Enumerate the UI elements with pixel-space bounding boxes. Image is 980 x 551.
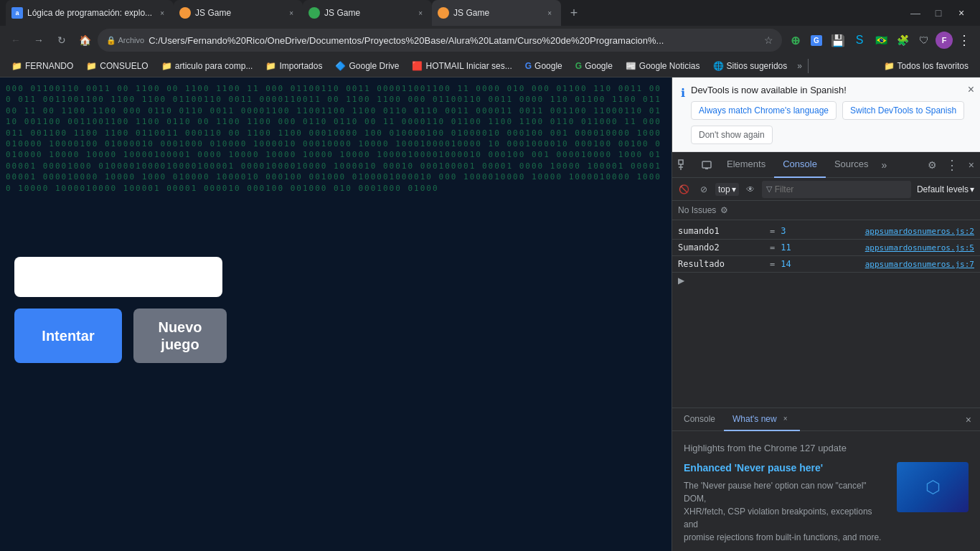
bookmark-googledrive[interactable]: 🔷 Google Drive — [329, 58, 405, 74]
url-bar[interactable]: 🔒 Archivo C:/Users/Fernando%20Rico/OneDr… — [98, 29, 782, 52]
devtools-settings-button[interactable]: ⚙ — [923, 159, 941, 171]
devtools-menu-button[interactable]: ⋮ — [941, 157, 963, 173]
console-file-2[interactable]: appsumardosnumeros.js:5 — [865, 243, 974, 253]
bookmark-articulo-icon: 📁 — [161, 61, 172, 71]
tab-sources[interactable]: Sources — [826, 152, 877, 178]
minimize-button[interactable]: — — [905, 3, 925, 23]
devtools-close-button[interactable]: × — [963, 159, 980, 171]
no-issues-label: No Issues — [678, 205, 716, 215]
menu-icon[interactable]: ⋮ — [954, 30, 974, 50]
bookmark-google1-icon: G — [525, 61, 532, 71]
tab-1-close[interactable]: × — [156, 7, 168, 19]
banner-buttons: Always match Chrome's language Switch De… — [691, 101, 971, 144]
bookmark-articulo[interactable]: 📁 articulo para comp... — [156, 58, 259, 74]
console-file-1[interactable]: appsumardosnumeros.js:2 — [865, 227, 974, 236]
bookmark-hotmail[interactable]: 🟥 HOTMAIL Iniciar ses... — [406, 58, 517, 74]
profile-avatar[interactable]: F — [936, 32, 953, 49]
tab-3-close[interactable]: × — [415, 7, 426, 19]
bookmark-consuelo-icon: 📁 — [86, 61, 97, 71]
inspect-element-button[interactable] — [672, 152, 695, 178]
tab-2-close[interactable]: × — [286, 7, 297, 19]
console-val-3: 14 — [781, 259, 864, 269]
bookmark-google1[interactable]: G Google — [519, 58, 568, 74]
whats-new-description: The 'Never pause here' option can now "c… — [684, 479, 888, 544]
svg-rect-3 — [702, 161, 711, 168]
console-line-1: sumando1 = 3 appsumardosnumeros.js:2 — [672, 223, 980, 240]
bookmark-all-button[interactable]: 📁 Todos los favoritos — [878, 58, 974, 74]
save-icon[interactable]: 💾 — [828, 30, 848, 50]
bookmark-sitios[interactable]: 🌐 Sitios sugeridos — [707, 58, 793, 74]
home-button[interactable]: 🏠 — [75, 30, 95, 50]
tab-1[interactable]: a Lógica de programación: explo... × — [6, 0, 174, 26]
tab-2-label: JS Game — [195, 8, 281, 18]
bookmark-star-icon[interactable]: ☆ — [764, 34, 773, 46]
translate-icon[interactable]: G — [806, 30, 826, 50]
extensions-icon[interactable]: ⊕ — [785, 30, 805, 50]
issues-settings-icon[interactable]: ⚙ — [720, 205, 728, 215]
bottom-tab-console[interactable]: Console — [675, 408, 724, 431]
bookmark-google2-label: Google — [585, 61, 613, 71]
tab-console[interactable]: Console — [774, 152, 826, 178]
tab-2[interactable]: JS Game × — [174, 0, 303, 26]
default-levels-chevron: ▾ — [970, 184, 974, 194]
back-button[interactable]: ← — [6, 30, 26, 50]
refresh-button[interactable]: ↻ — [52, 30, 72, 50]
no-issues-bar: No Issues ⚙ — [672, 201, 980, 220]
nuevo-juego-button[interactable]: Nuevo juego — [133, 309, 227, 363]
tab-elements[interactable]: Elements — [718, 152, 774, 178]
bookmark-consuelo[interactable]: 📁 CONSUELO — [80, 58, 154, 74]
brazil-icon[interactable]: 🇧🇷 — [871, 30, 891, 50]
devtools-tabs: Elements Console Sources » — [718, 152, 923, 178]
filter-area[interactable]: ▽ — [762, 181, 911, 198]
bookmark-google2[interactable]: G Google — [570, 58, 618, 74]
tab-4[interactable]: JS Game × — [432, 0, 561, 26]
bottom-panel-close-button[interactable]: × — [960, 414, 977, 425]
puzzle-icon[interactable]: 🧩 — [892, 30, 913, 50]
bookmark-googlenoticias-label: Google Noticias — [639, 61, 700, 71]
new-tab-button[interactable]: + — [564, 3, 584, 23]
archivo-label: 🔒 Archivo — [106, 36, 144, 45]
bookmarks-more-button[interactable]: » — [794, 58, 805, 74]
filter-input[interactable] — [775, 184, 907, 194]
switch-devtools-button[interactable]: Switch DevTools to Spanish — [842, 101, 964, 120]
console-clear-button[interactable]: 🚫 — [675, 181, 692, 198]
tab-4-label: JS Game — [453, 8, 540, 18]
bookmark-sitios-icon: 🌐 — [713, 61, 724, 71]
context-selector[interactable]: top ▾ — [715, 183, 739, 196]
whats-new-content: Highlights from the Chrome 127 update En… — [684, 443, 969, 551]
chrome-update-title: Highlights from the Chrome 127 update — [684, 443, 969, 453]
console-eq-1: = — [764, 226, 781, 236]
forward-button[interactable]: → — [29, 30, 49, 50]
eye-icon[interactable]: 👁 — [742, 181, 759, 198]
console-expand-arrow[interactable]: ▶ — [672, 273, 980, 288]
bookmark-google2-icon: G — [575, 61, 582, 71]
device-toolbar-button[interactable] — [695, 152, 718, 178]
vpn-icon[interactable]: 🛡 — [914, 30, 934, 50]
bookmark-fernando[interactable]: 📁 FERNANDO — [6, 58, 79, 74]
devtools-more-tabs-button[interactable]: » — [877, 159, 892, 171]
default-levels-selector[interactable]: Default levels ▾ — [914, 183, 977, 196]
tab-1-label: Lógica de programación: explo... — [27, 8, 152, 18]
bottom-tab-whatsnew-close[interactable]: × — [780, 413, 791, 425]
dont-show-button[interactable]: Don't show again — [691, 126, 773, 144]
console-val-2: 11 — [781, 242, 864, 253]
console-eq-3: = — [764, 259, 781, 269]
bottom-tab-whatsnew[interactable]: What's new × — [724, 408, 800, 431]
intentar-button[interactable]: Intentar — [14, 309, 122, 363]
skype-icon[interactable]: S — [849, 30, 870, 50]
console-filter-toggle[interactable]: ⊘ — [695, 181, 712, 198]
banner-close-button[interactable]: × — [968, 83, 974, 96]
always-match-button[interactable]: Always match Chrome's language — [691, 101, 837, 120]
maximize-button[interactable]: □ — [928, 3, 948, 23]
bookmark-separator — [808, 59, 809, 73]
nuevo-line1: Nuevo — [158, 319, 202, 335]
console-key-2: Sumando2 — [678, 242, 764, 253]
bookmark-googlenoticias[interactable]: 📰 Google Noticias — [620, 58, 706, 74]
close-button[interactable]: × — [951, 3, 971, 23]
tab-4-close[interactable]: × — [544, 7, 555, 19]
bookmark-importados[interactable]: 📁 Importados — [260, 58, 328, 74]
devtools-banner: ℹ DevTools is now available in Spanish! … — [672, 77, 980, 152]
console-file-3[interactable]: appsumardosnumeros.js:7 — [865, 260, 974, 269]
tab-3[interactable]: JS Game × — [303, 0, 432, 26]
game-area: 000 01100110 0011 00 1100 00 1100 1100 1… — [0, 77, 672, 551]
